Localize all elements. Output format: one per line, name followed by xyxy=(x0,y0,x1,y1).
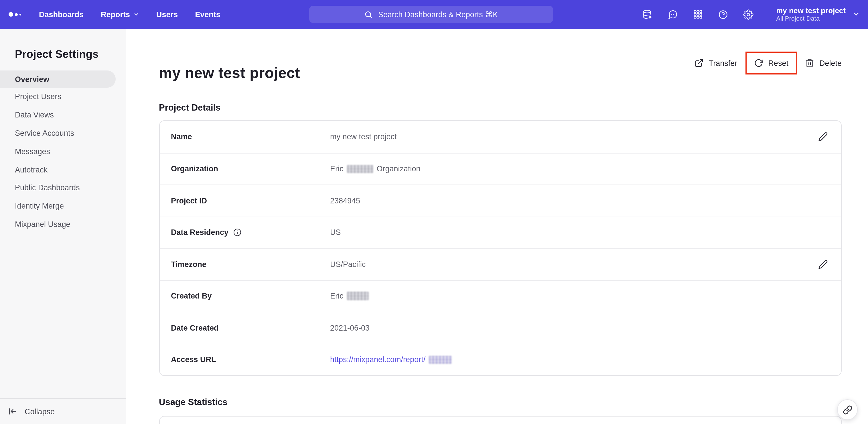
row-value: 2021-06-03 xyxy=(330,324,370,332)
delete-button[interactable]: Delete xyxy=(805,58,842,67)
settings-sidebar: Project Settings Overview Project Users … xyxy=(0,29,126,424)
sidebar-title: Project Settings xyxy=(15,48,126,61)
row-value: Eric xyxy=(330,292,370,301)
help-icon xyxy=(718,9,728,20)
transfer-button[interactable]: Transfer xyxy=(694,58,738,67)
nav-item-events[interactable]: Events xyxy=(195,10,220,19)
feedback-button[interactable] xyxy=(667,9,678,20)
apps-grid-icon xyxy=(692,9,703,20)
nav-item-users[interactable]: Users xyxy=(156,10,178,19)
sidebar-item-overview[interactable]: Overview xyxy=(0,70,116,88)
detail-row-created-by: Created By Eric xyxy=(159,280,841,312)
nav-right: my new test project All Project Data xyxy=(642,0,860,29)
row-value: US xyxy=(330,228,341,237)
row-label: Timezone xyxy=(171,260,330,269)
search-input[interactable]: Search Dashboards & Reports ⌘K xyxy=(309,6,553,23)
row-label: Name xyxy=(171,133,330,141)
project-actions: Transfer Reset Delete xyxy=(694,52,842,75)
title-row: my new test project Transfer Reset xyxy=(159,52,842,82)
pencil-icon xyxy=(818,132,828,142)
mixpanel-logo[interactable] xyxy=(8,12,28,17)
row-value: Eric Organization xyxy=(330,165,421,173)
collapse-icon xyxy=(8,407,17,416)
detail-row-data-residency: Data Residency US xyxy=(159,216,841,248)
transfer-label: Transfer xyxy=(709,59,738,67)
nav-left: Dashboards Reports Users Events xyxy=(0,10,220,19)
row-label: Project ID xyxy=(171,197,330,205)
logo-dot xyxy=(15,13,18,16)
row-label-text: Data Residency xyxy=(171,228,228,237)
sidebar-item-messages[interactable]: Messages xyxy=(0,142,126,161)
row-label: Date Created xyxy=(171,324,330,332)
chevron-down-icon xyxy=(133,11,139,17)
row-value-prefix: Eric xyxy=(330,292,344,301)
trash-icon xyxy=(805,58,814,67)
row-value-prefix: Eric xyxy=(330,165,344,173)
chevron-down-icon xyxy=(852,10,860,18)
transfer-icon xyxy=(694,58,704,67)
help-button[interactable] xyxy=(718,9,728,20)
row-value-suffix: Organization xyxy=(377,165,421,173)
collapse-label: Collapse xyxy=(25,407,55,416)
redacted-text xyxy=(347,165,373,173)
link-icon xyxy=(842,405,852,415)
gear-icon xyxy=(743,9,753,20)
project-switcher[interactable]: my new test project All Project Data xyxy=(776,6,860,23)
reset-button[interactable]: Reset xyxy=(754,58,788,67)
section-heading-usage-statistics: Usage Statistics xyxy=(159,398,842,407)
nav-item-label: Reports xyxy=(101,10,130,19)
copy-link-button[interactable] xyxy=(837,399,858,420)
info-icon[interactable] xyxy=(233,228,242,237)
nav-item-dashboards[interactable]: Dashboards xyxy=(39,10,84,19)
sidebar-item-service-accounts[interactable]: Service Accounts xyxy=(0,124,126,142)
sidebar-item-mixpanel-usage[interactable]: Mixpanel Usage xyxy=(0,215,126,233)
current-project-scope: All Project Data xyxy=(776,15,846,22)
sidebar-item-public-dashboards[interactable]: Public Dashboards xyxy=(0,179,126,197)
detail-row-access-url: Access URL https://mixpanel.com/report/ xyxy=(159,343,841,375)
database-gear-icon xyxy=(642,9,652,20)
project-switcher-text: my new test project All Project Data xyxy=(776,6,846,23)
detail-row-organization: Organization Eric Organization xyxy=(159,153,841,185)
collapse-button[interactable]: Collapse xyxy=(8,407,55,416)
sidebar-item-autotrack[interactable]: Autotrack xyxy=(0,161,126,179)
detail-row-project-id: Project ID 2384945 xyxy=(159,185,841,216)
row-label: Created By xyxy=(171,292,330,301)
sidebar-item-project-users[interactable]: Project Users xyxy=(0,88,126,106)
settings-button[interactable] xyxy=(743,9,753,20)
pencil-icon xyxy=(818,259,828,269)
detail-row-date-created: Date Created 2021-06-03 xyxy=(159,312,841,343)
nav-item-reports[interactable]: Reports xyxy=(101,10,139,19)
access-url-link[interactable]: https://mixpanel.com/report/ xyxy=(330,356,426,364)
search-placeholder: Search Dashboards & Reports ⌘K xyxy=(378,10,498,19)
usage-statistics-card xyxy=(159,416,842,424)
logo-dot xyxy=(20,13,21,15)
sidebar-nav: Overview Project Users Data Views Servic… xyxy=(0,70,126,233)
edit-timezone-button[interactable] xyxy=(816,258,830,271)
reset-label: Reset xyxy=(768,59,788,67)
data-management-button[interactable] xyxy=(642,9,652,20)
detail-row-timezone: Timezone US/Pacific xyxy=(159,248,841,280)
edit-name-button[interactable] xyxy=(816,130,830,144)
primary-nav: Dashboards Reports Users Events xyxy=(39,10,220,19)
top-nav: Dashboards Reports Users Events Search D… xyxy=(0,0,868,29)
sidebar-item-data-views[interactable]: Data Views xyxy=(0,106,126,124)
redacted-text xyxy=(429,356,452,364)
chat-icon xyxy=(667,9,678,20)
row-value: https://mixpanel.com/report/ xyxy=(330,356,453,364)
page-title: my new test project xyxy=(159,52,300,82)
project-details-card: Name my new test project Organization Er… xyxy=(159,120,842,376)
reset-icon xyxy=(754,58,763,67)
row-label: Data Residency xyxy=(171,228,330,237)
main-content: my new test project Transfer Reset xyxy=(126,29,868,424)
logo-dot xyxy=(8,12,13,17)
sidebar-footer: Collapse xyxy=(0,398,126,424)
detail-row-name: Name my new test project xyxy=(159,121,841,153)
row-label: Access URL xyxy=(171,356,330,364)
sidebar-item-identity-merge[interactable]: Identity Merge xyxy=(0,197,126,216)
search-icon xyxy=(365,10,373,19)
row-value: US/Pacific xyxy=(330,260,366,269)
current-project-name: my new test project xyxy=(776,6,846,15)
redacted-text xyxy=(347,292,369,301)
apps-button[interactable] xyxy=(692,9,703,20)
row-value: 2384945 xyxy=(330,197,360,205)
